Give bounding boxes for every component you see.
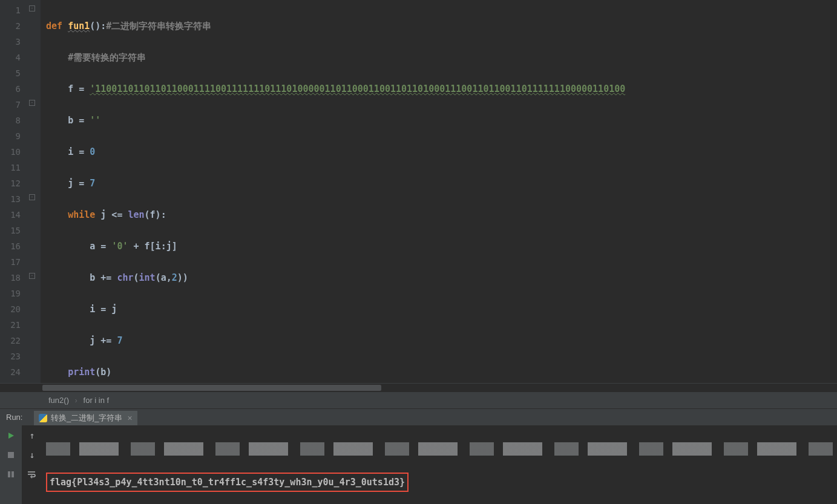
fold-column[interactable]: - - - - [27, 0, 41, 383]
python-icon [39, 414, 47, 422]
code-editor[interactable]: def fun1():#二进制字符串转换字符串 #需要转换的字符串 f = '1… [41, 0, 837, 383]
fold-marker-icon[interactable]: - [29, 273, 35, 279]
run-label: Run: [0, 413, 34, 422]
run-toolwindow-header: Run: 转换_二进制_字符串 × [0, 408, 837, 425]
highlighted-output: flag{Pl34s3_p4y_4tt3nt10n_t0_tr4ff1c_s4f… [46, 473, 409, 492]
run-tab-label: 转换_二进制_字符串 [51, 413, 122, 424]
run-toolbar-nav: ↑ ↓ [22, 425, 42, 504]
pause-button[interactable] [4, 468, 18, 481]
horizontal-scrollbar[interactable] [0, 383, 837, 391]
breadcrumb[interactable]: fun2() › for i in f [0, 391, 837, 408]
rerun-button[interactable] [4, 429, 18, 442]
scrollbar-thumb[interactable] [42, 385, 381, 391]
console-output[interactable]: flag{Pl34s3_p4y_4tt3nt10n_t0_tr4ff1c_s4f… [42, 425, 837, 504]
line-number-gutter: 1 2 3 4 5 6 7 8 9 10 11 12 13 14 15 16 1… [0, 0, 27, 383]
run-toolbar-left [0, 425, 22, 504]
arrow-down-icon[interactable]: ↓ [25, 448, 39, 462]
arrow-up-icon[interactable]: ↑ [25, 429, 39, 442]
run-console: ↑ ↓ flag{Pl34s3_p4y_4tt3nt10n_t0_tr4ff1c… [0, 425, 837, 504]
svg-rect-1 [8, 471, 10, 477]
redacted-line [46, 442, 833, 456]
breadcrumb-item[interactable]: for i in f [84, 396, 110, 405]
run-tab[interactable]: 转换_二进制_字符串 × [34, 411, 137, 425]
breadcrumb-item[interactable]: fun2() [48, 396, 69, 405]
soft-wrap-icon[interactable] [25, 468, 39, 481]
editor-area: 1 2 3 4 5 6 7 8 9 10 11 12 13 14 15 16 1… [0, 0, 837, 383]
close-icon[interactable]: × [127, 413, 132, 423]
fold-marker-icon[interactable]: - [29, 5, 35, 11]
svg-rect-2 [11, 471, 14, 477]
fold-marker-icon[interactable]: - [29, 100, 35, 106]
chevron-right-icon: › [75, 396, 77, 405]
svg-rect-0 [8, 452, 14, 458]
fold-marker-icon[interactable]: - [29, 194, 35, 200]
stop-button[interactable] [4, 448, 18, 462]
